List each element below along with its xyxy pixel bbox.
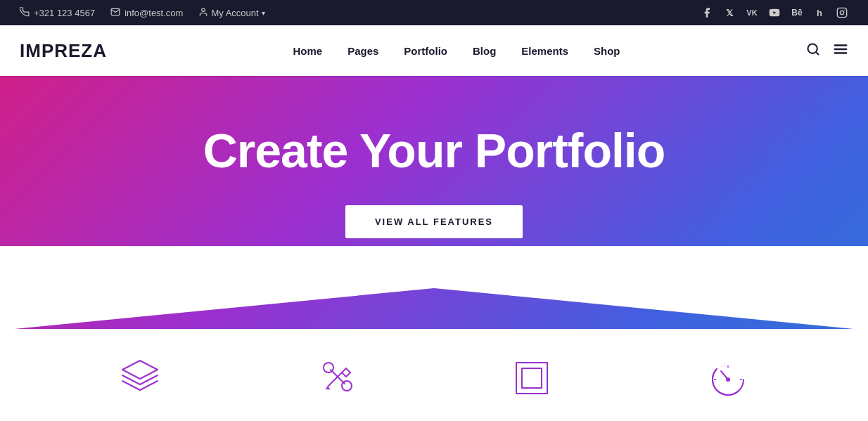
- email-item[interactable]: info@test.com: [110, 7, 183, 19]
- phone-item[interactable]: +321 123 4567: [20, 7, 95, 19]
- email-address: info@test.com: [125, 8, 183, 18]
- dashboard-icon-item: [707, 357, 749, 399]
- header: IMPREZA Home Pages Portfolio Blog Elemen…: [0, 25, 868, 76]
- svg-line-6: [816, 51, 819, 54]
- instagram-icon[interactable]: [836, 6, 848, 19]
- top-bar-left: +321 123 4567 info@test.com My Account ▾: [20, 7, 265, 19]
- frame-icon: [511, 357, 553, 399]
- svg-point-24: [726, 377, 730, 382]
- hero-bottom-shape: [0, 246, 868, 329]
- nav-elements[interactable]: Elements: [521, 45, 568, 57]
- main-nav: Home Pages Portfolio Blog Elements Shop: [293, 45, 620, 57]
- svg-marker-11: [122, 361, 158, 379]
- nav-shop[interactable]: Shop: [594, 45, 620, 57]
- behance-icon[interactable]: Bē: [791, 6, 803, 19]
- icons-section: [0, 329, 868, 413]
- svg-point-17: [324, 363, 333, 373]
- cta-button[interactable]: VIEW ALL FEATURES: [345, 205, 523, 238]
- top-bar-right: 𝕏 VK Bē h: [701, 6, 848, 19]
- account-icon: [198, 7, 208, 19]
- svg-point-0: [202, 8, 205, 11]
- youtube-icon[interactable]: [768, 6, 781, 19]
- chevron-down-icon: ▾: [262, 9, 265, 17]
- dashboard-icon: [707, 357, 749, 399]
- layers-icon-item: [119, 357, 161, 399]
- hero-section: Create Your Portfolio VIEW ALL FEATURES: [0, 76, 868, 329]
- phone-icon: [20, 7, 30, 19]
- my-account-item[interactable]: My Account ▾: [198, 7, 264, 19]
- facebook-icon[interactable]: [701, 6, 713, 19]
- nav-home[interactable]: Home: [293, 45, 322, 57]
- email-icon: [110, 7, 120, 19]
- nav-blog[interactable]: Blog: [473, 45, 496, 57]
- logo[interactable]: IMPREZA: [20, 40, 107, 62]
- nav-portfolio[interactable]: Portfolio: [404, 45, 447, 57]
- hamburger-menu-icon[interactable]: [833, 41, 848, 60]
- svg-marker-10: [0, 246, 868, 329]
- svg-point-4: [844, 10, 845, 11]
- svg-point-16: [342, 381, 352, 391]
- x-twitter-icon[interactable]: 𝕏: [723, 6, 736, 19]
- houzz-icon[interactable]: h: [813, 6, 826, 19]
- tools-icon: [315, 357, 357, 399]
- svg-rect-2: [837, 8, 846, 17]
- svg-rect-18: [516, 363, 547, 394]
- svg-rect-19: [522, 368, 542, 388]
- layers-icon: [119, 357, 161, 399]
- my-account-label: My Account: [211, 8, 258, 18]
- svg-point-3: [840, 11, 843, 14]
- phone-number: +321 123 4567: [34, 8, 95, 18]
- svg-marker-13: [342, 368, 350, 377]
- header-icons: [806, 41, 848, 60]
- hero-title: Create Your Portfolio: [203, 124, 665, 177]
- top-bar: +321 123 4567 info@test.com My Account ▾: [0, 0, 868, 25]
- nav-pages[interactable]: Pages: [347, 45, 378, 57]
- svg-marker-14: [325, 387, 331, 389]
- search-icon[interactable]: [806, 42, 820, 60]
- frame-icon-item: [511, 357, 553, 399]
- vk-icon[interactable]: VK: [746, 6, 758, 19]
- tools-icon-item: [315, 357, 357, 399]
